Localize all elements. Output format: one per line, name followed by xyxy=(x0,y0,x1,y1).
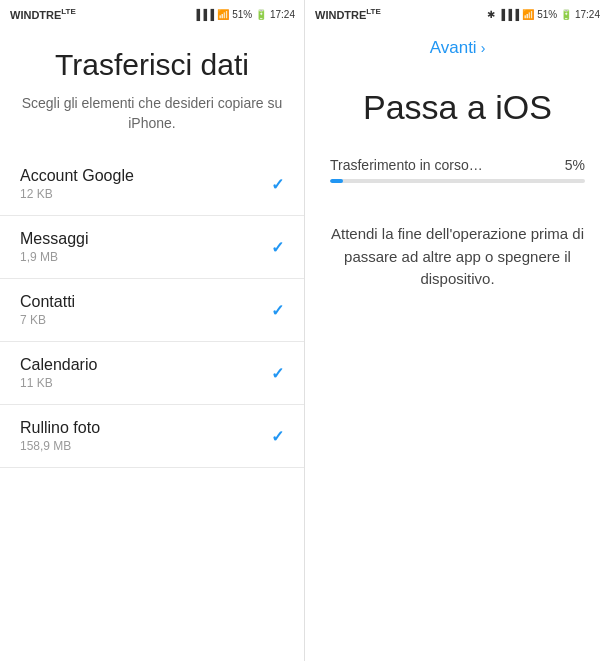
progress-row: Trasferimento in corso… 5% xyxy=(330,157,585,173)
signal-icon-left: ▐▐▐ xyxy=(193,9,214,20)
list-item-size: 11 KB xyxy=(20,376,97,390)
time-left: 17:24 xyxy=(270,9,295,20)
left-title: Trasferisci dati xyxy=(20,48,284,82)
list-item-name: Account Google xyxy=(20,167,134,185)
list-item-size: 1,9 MB xyxy=(20,250,88,264)
progress-percent: 5% xyxy=(565,157,585,173)
status-bar-left: WINDTRELTE ▐▐▐ 📶 51% 🔋 17:24 xyxy=(0,0,305,28)
left-panel: Trasferisci dati Scegli gli elementi che… xyxy=(0,0,305,661)
check-icon: ✓ xyxy=(271,238,284,257)
list-item-size: 7 KB xyxy=(20,313,75,327)
battery-right: 51% 🔋 xyxy=(537,9,572,20)
status-icons-left: ▐▐▐ 📶 51% 🔋 17:24 xyxy=(193,9,295,20)
right-title: Passa a iOS xyxy=(330,88,585,127)
bluetooth-icon-right: ✱ xyxy=(487,9,495,20)
progress-label: Trasferimento in corso… xyxy=(330,157,483,173)
list-item-info: Calendario 11 KB xyxy=(20,356,97,390)
signal-icon-right: ▐▐▐ xyxy=(498,9,519,20)
carrier-right: WINDTRELTE xyxy=(315,7,381,21)
status-bar: WINDTRELTE ▐▐▐ 📶 51% 🔋 17:24 WINDTRELTE … xyxy=(0,0,610,28)
right-content: Passa a iOS Trasferimento in corso… 5% A… xyxy=(305,68,610,661)
list-item[interactable]: Contatti 7 KB ✓ xyxy=(0,279,304,342)
check-icon: ✓ xyxy=(271,427,284,446)
list-item-name: Messaggi xyxy=(20,230,88,248)
wifi-icon-left: 📶 xyxy=(217,9,229,20)
right-panel: Avanti › Passa a iOS Trasferimento in co… xyxy=(305,0,610,661)
list-item-name: Rullino foto xyxy=(20,419,100,437)
progress-bar-bg xyxy=(330,179,585,183)
left-subtitle: Scegli gli elementi che desideri copiare… xyxy=(20,94,284,133)
carrier-left: WINDTRELTE xyxy=(10,7,76,21)
items-list: Account Google 12 KB ✓ Messaggi 1,9 MB ✓… xyxy=(0,153,304,661)
list-item-info: Contatti 7 KB xyxy=(20,293,75,327)
status-bar-right: WINDTRELTE ✱ ▐▐▐ 📶 51% 🔋 17:24 xyxy=(305,0,610,28)
list-item-name: Contatti xyxy=(20,293,75,311)
progress-bar-fill xyxy=(330,179,343,183)
list-item-info: Rullino foto 158,9 MB xyxy=(20,419,100,453)
avanti-label: Avanti xyxy=(430,38,477,58)
check-icon: ✓ xyxy=(271,364,284,383)
avanti-link[interactable]: Avanti › xyxy=(430,38,486,58)
status-icons-right: ✱ ▐▐▐ 📶 51% 🔋 17:24 xyxy=(487,9,600,20)
wifi-icon-right: 📶 xyxy=(522,9,534,20)
battery-left: 51% 🔋 xyxy=(232,9,267,20)
chevron-right-icon: › xyxy=(481,40,486,56)
left-header: Trasferisci dati Scegli gli elementi che… xyxy=(0,28,304,143)
time-right: 17:24 xyxy=(575,9,600,20)
list-item[interactable]: Calendario 11 KB ✓ xyxy=(0,342,304,405)
progress-section: Trasferimento in corso… 5% xyxy=(330,157,585,183)
check-icon: ✓ xyxy=(271,175,284,194)
wait-message: Attendi la fine dell'operazione prima di… xyxy=(330,223,585,291)
list-item-size: 12 KB xyxy=(20,187,134,201)
list-item[interactable]: Account Google 12 KB ✓ xyxy=(0,153,304,216)
list-item[interactable]: Rullino foto 158,9 MB ✓ xyxy=(0,405,304,468)
check-icon: ✓ xyxy=(271,301,284,320)
list-item[interactable]: Messaggi 1,9 MB ✓ xyxy=(0,216,304,279)
list-item-size: 158,9 MB xyxy=(20,439,100,453)
avanti-bar: Avanti › xyxy=(305,28,610,68)
list-item-info: Messaggi 1,9 MB xyxy=(20,230,88,264)
list-item-name: Calendario xyxy=(20,356,97,374)
list-item-info: Account Google 12 KB xyxy=(20,167,134,201)
